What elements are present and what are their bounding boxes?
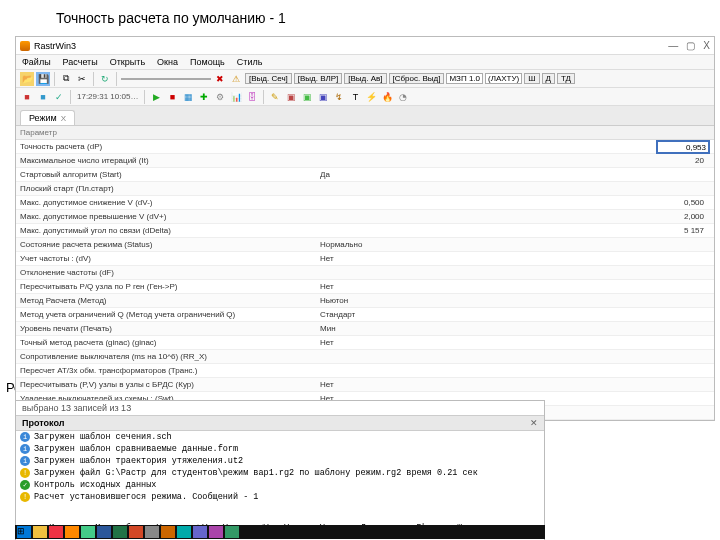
open-icon[interactable]: 📂 xyxy=(20,72,34,86)
settings-icon[interactable]: ⚙ xyxy=(213,90,227,104)
menu-calc[interactable]: Расчеты xyxy=(63,57,98,67)
cut-icon[interactable]: ✂ xyxy=(75,72,89,86)
task-explorer-icon[interactable] xyxy=(33,526,47,538)
task-chrome-icon[interactable] xyxy=(81,526,95,538)
task-rastr-icon[interactable] xyxy=(161,526,175,538)
chart-icon[interactable]: 📊 xyxy=(229,90,243,104)
param-value[interactable]: 2,000 xyxy=(316,211,714,222)
check-icon[interactable]: ✓ xyxy=(52,90,66,104)
param-value[interactable] xyxy=(316,188,714,190)
table-row[interactable]: Сопротивление выключателя (ms на 10^6) (… xyxy=(16,350,714,364)
combo-lahty[interactable]: (ЛАХТУ) xyxy=(485,73,522,84)
param-value[interactable]: Нет xyxy=(316,281,714,292)
param-name: Метод Расчета (Метод) xyxy=(16,295,316,306)
minimize-button[interactable]: — xyxy=(668,40,678,51)
box3-icon[interactable]: ▣ xyxy=(316,90,330,104)
precision-input[interactable]: 0,953 xyxy=(656,140,710,154)
param-value[interactable] xyxy=(316,146,714,148)
table-row[interactable]: Максимальное число итераций (It)20 xyxy=(16,154,714,168)
param-value[interactable] xyxy=(316,272,714,274)
fire-icon[interactable]: 🔥 xyxy=(380,90,394,104)
table-row[interactable]: Пересчитывать (P,V) узлы в узлы с БРДС (… xyxy=(16,378,714,392)
copy-icon[interactable]: ⧉ xyxy=(59,72,73,86)
table-row[interactable]: Пересчет АТ/3х обм. трансформаторов (Тра… xyxy=(16,364,714,378)
task-excel-icon[interactable] xyxy=(113,526,127,538)
tool-x-icon[interactable]: ✖ xyxy=(213,72,227,86)
param-value[interactable]: 5 157 xyxy=(316,225,714,236)
task-browser-icon[interactable] xyxy=(49,526,63,538)
task-misc3-icon[interactable] xyxy=(209,526,223,538)
table-row[interactable]: Точность расчета (dP)0,953 xyxy=(16,140,714,154)
node-icon[interactable]: ■ xyxy=(20,90,34,104)
t-icon[interactable]: T xyxy=(348,90,362,104)
menu-help[interactable]: Помощь xyxy=(190,57,225,67)
btn-vyd-sech[interactable]: [Выд. Сеч] xyxy=(245,73,292,84)
param-value[interactable]: 0,500 xyxy=(316,197,714,208)
table-row[interactable]: Учет частоты : (dV)Нет xyxy=(16,252,714,266)
tool-warn-icon[interactable]: ⚠ xyxy=(229,72,243,86)
param-value[interactable]: 20 xyxy=(316,155,714,166)
menu-open[interactable]: Открыть xyxy=(110,57,145,67)
graph-icon[interactable]: ▦ xyxy=(181,90,195,104)
table-row[interactable]: Пересчитывать P/Q узла по P ген (Ген->P)… xyxy=(16,280,714,294)
btn-d[interactable]: Д xyxy=(542,73,555,84)
start-icon[interactable]: ⊞ xyxy=(17,526,31,538)
tab-close-icon[interactable]: X xyxy=(61,114,66,123)
combo-1[interactable] xyxy=(121,78,211,80)
menu-windows[interactable]: Окна xyxy=(157,57,178,67)
stop-icon[interactable]: ■ xyxy=(165,90,179,104)
table-row[interactable]: Макс. допустимое превышение V (dV+)2,000 xyxy=(16,210,714,224)
save-icon[interactable]: 💾 xyxy=(36,72,50,86)
task-misc4-icon[interactable] xyxy=(225,526,239,538)
box1-icon[interactable]: ▣ xyxy=(284,90,298,104)
param-value[interactable] xyxy=(316,356,714,358)
task-ppt-icon[interactable] xyxy=(129,526,143,538)
param-value[interactable] xyxy=(316,370,714,372)
param-value[interactable]: Стандарт xyxy=(316,309,714,320)
param-value[interactable]: Нормально xyxy=(316,239,714,250)
param-value[interactable]: Ньютон xyxy=(316,295,714,306)
maximize-button[interactable]: ▢ xyxy=(686,40,695,51)
box2-icon[interactable]: ▣ xyxy=(300,90,314,104)
task-app-icon[interactable] xyxy=(145,526,159,538)
task-misc1-icon[interactable] xyxy=(177,526,191,538)
task-misc2-icon[interactable] xyxy=(193,526,207,538)
param-value[interactable]: Мин xyxy=(316,323,714,334)
param-value[interactable]: Да xyxy=(316,169,714,180)
param-value[interactable]: Нет xyxy=(316,337,714,348)
protocol-close-icon[interactable]: ✕ xyxy=(530,418,538,428)
btn-vyd-av[interactable]: [Выд. Ав] xyxy=(344,73,386,84)
plus-icon[interactable]: ✚ xyxy=(197,90,211,104)
table-row[interactable]: Метод учета ограничений Q (Метод учета о… xyxy=(16,308,714,322)
task-firefox-icon[interactable] xyxy=(65,526,79,538)
table-row[interactable]: Макс. допустимый угол по связи (dDelta)5… xyxy=(16,224,714,238)
db-icon[interactable]: 🗄 xyxy=(245,90,259,104)
btn-vyd-vlr[interactable]: [Выд. ВЛР] xyxy=(294,73,342,84)
table-row[interactable]: Макс. допустимое снижение V (dV-)0,500 xyxy=(16,196,714,210)
param-value[interactable]: Нет xyxy=(316,379,714,390)
pie-icon[interactable]: ◔ xyxy=(396,90,410,104)
bolt-icon[interactable]: ⚡ xyxy=(364,90,378,104)
play-icon[interactable]: ▶ xyxy=(149,90,163,104)
traj-icon[interactable]: ↯ xyxy=(332,90,346,104)
btn-sbros[interactable]: [Сброс. Выд] xyxy=(389,73,445,84)
table-row[interactable]: Плоский старт (Пл.старт) xyxy=(16,182,714,196)
combo-mzp[interactable]: МЗП 1.0 xyxy=(446,73,483,84)
btn-sh[interactable]: Ш xyxy=(524,73,539,84)
close-button[interactable]: X xyxy=(703,40,710,51)
param-value[interactable]: Нет xyxy=(316,253,714,264)
branch-icon[interactable]: ■ xyxy=(36,90,50,104)
menu-files[interactable]: Файлы xyxy=(22,57,51,67)
table-row[interactable]: Состояние расчета режима (Status)Нормаль… xyxy=(16,238,714,252)
table-row[interactable]: Метод Расчета (Метод)Ньютон xyxy=(16,294,714,308)
table-row[interactable]: Стартовый алгоритм (Start)Да xyxy=(16,168,714,182)
menu-style[interactable]: Стиль xyxy=(237,57,263,67)
table-row[interactable]: Точный метод расчета (ginac) (ginac)Нет xyxy=(16,336,714,350)
edit-icon[interactable]: ✎ xyxy=(268,90,282,104)
table-row[interactable]: Отклонение частоты (dF) xyxy=(16,266,714,280)
task-word-icon[interactable] xyxy=(97,526,111,538)
table-row[interactable]: Уровень печати (Печать)Мин xyxy=(16,322,714,336)
tab-regime[interactable]: Режим X xyxy=(20,110,75,125)
btn-td[interactable]: ТД xyxy=(557,73,575,84)
refresh-icon[interactable]: ↻ xyxy=(98,72,112,86)
